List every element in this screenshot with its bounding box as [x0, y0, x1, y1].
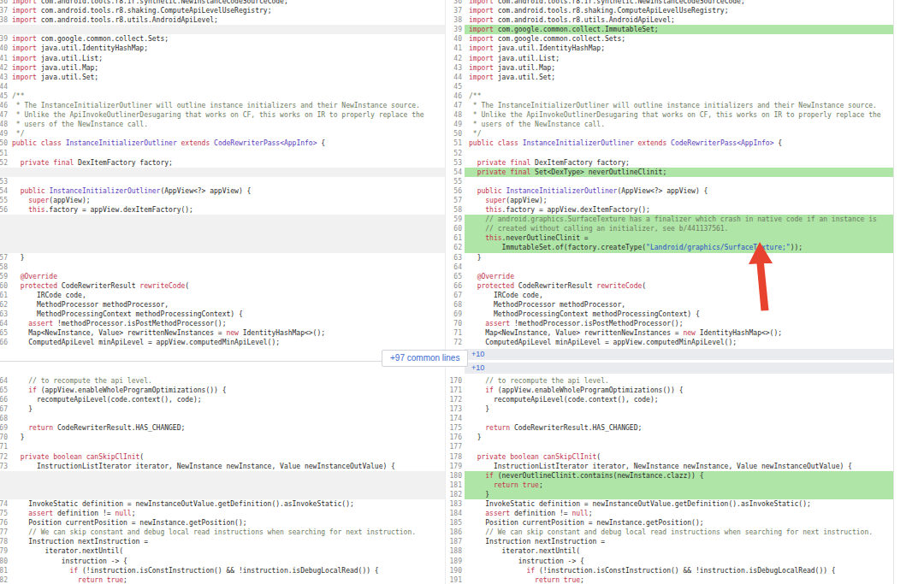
line-number[interactable]: 43 — [0, 73, 9, 82]
line-number[interactable]: 181 — [0, 566, 9, 575]
line-number[interactable]: 61 — [0, 291, 9, 300]
line-number[interactable]: 42 — [0, 63, 9, 73]
line-number[interactable]: 178 — [0, 537, 9, 546]
line-number[interactable]: 190 — [446, 566, 465, 575]
line-number[interactable]: 63 — [0, 310, 9, 319]
line-number[interactable]: 53 — [446, 158, 465, 168]
line-number[interactable]: 57 — [0, 253, 9, 263]
line-number[interactable]: 174 — [0, 499, 9, 509]
line-number[interactable]: 177 — [446, 442, 465, 451]
line-number[interactable]: 172 — [0, 452, 9, 462]
line-number[interactable]: 166 — [0, 395, 9, 404]
line-number[interactable]: 164 — [0, 376, 9, 386]
line-number[interactable]: 41 — [0, 54, 9, 63]
line-number[interactable]: 62 — [0, 300, 9, 310]
line-number[interactable]: 38 — [446, 15, 465, 25]
line-number[interactable]: 44 — [446, 73, 465, 82]
line-number[interactable]: 50 — [0, 139, 9, 148]
line-number[interactable]: 55 — [446, 177, 465, 186]
line-number[interactable]: 46 — [446, 91, 465, 101]
line-number[interactable]: 167 — [0, 404, 9, 414]
line-number[interactable]: 49 — [446, 120, 465, 129]
line-number[interactable]: 185 — [446, 518, 465, 528]
line-number[interactable]: 65 — [0, 328, 9, 338]
line-number[interactable]: 67 — [446, 291, 465, 300]
line-number[interactable]: 36 — [0, 0, 9, 6]
line-number[interactable]: 189 — [446, 557, 465, 566]
line-number[interactable]: 178 — [446, 452, 465, 462]
line-number[interactable]: 58 — [0, 263, 9, 272]
line-number[interactable]: 171 — [446, 386, 465, 395]
line-number[interactable]: 60 — [0, 281, 9, 291]
line-number[interactable]: 45 — [0, 91, 9, 101]
line-number[interactable]: 182 — [446, 490, 465, 499]
line-number[interactable]: 54 — [0, 186, 9, 196]
line-number[interactable]: 173 — [0, 462, 9, 471]
line-number[interactable]: 44 — [0, 82, 9, 91]
line-number[interactable]: 53 — [0, 177, 9, 186]
line-number[interactable]: 57 — [446, 196, 465, 205]
line-number[interactable]: 70 — [446, 319, 465, 328]
line-number[interactable]: 68 — [446, 300, 465, 310]
line-number[interactable]: 55 — [0, 196, 9, 205]
line-number[interactable]: 52 — [446, 149, 465, 158]
line-number[interactable]: 56 — [0, 205, 9, 215]
line-number[interactable]: 62 — [446, 243, 465, 252]
line-number[interactable]: 59 — [446, 215, 465, 224]
line-number[interactable]: 37 — [0, 6, 9, 15]
expand-10-lines-up-button[interactable]: +10 — [465, 349, 893, 360]
line-number[interactable]: 39 — [0, 34, 9, 44]
line-number[interactable]: 176 — [0, 518, 9, 528]
line-number[interactable]: 171 — [0, 442, 9, 451]
line-number[interactable]: 42 — [446, 54, 465, 63]
line-number[interactable]: 43 — [446, 63, 465, 73]
line-number[interactable]: 177 — [0, 528, 9, 537]
line-number[interactable]: 58 — [446, 205, 465, 215]
line-number[interactable]: 41 — [446, 44, 465, 53]
line-number[interactable]: 66 — [446, 281, 465, 291]
expand-10-lines-down-button[interactable]: +10 — [465, 363, 893, 374]
line-number[interactable]: 173 — [446, 404, 465, 414]
line-number[interactable]: 39 — [446, 25, 465, 34]
line-number[interactable]: 172 — [446, 395, 465, 404]
line-number[interactable]: 168 — [0, 414, 9, 423]
line-number[interactable]: 182 — [0, 575, 9, 584]
line-number[interactable]: 40 — [446, 34, 465, 44]
line-number[interactable]: 56 — [446, 186, 465, 196]
line-number[interactable]: 50 — [446, 129, 465, 139]
line-number[interactable]: 37 — [446, 6, 465, 15]
line-number[interactable]: 174 — [446, 414, 465, 423]
line-number[interactable]: 60 — [446, 224, 465, 233]
line-number[interactable]: 187 — [446, 537, 465, 546]
line-number[interactable]: 191 — [446, 575, 465, 584]
line-number[interactable]: 52 — [0, 158, 9, 168]
line-number[interactable]: 66 — [0, 338, 9, 347]
line-number[interactable]: 51 — [0, 149, 9, 158]
line-number[interactable]: 170 — [446, 376, 465, 386]
line-number[interactable]: 63 — [446, 253, 465, 263]
line-number[interactable]: 61 — [446, 233, 465, 243]
line-number[interactable]: 59 — [0, 272, 9, 281]
line-number[interactable]: 47 — [0, 110, 9, 120]
line-number[interactable]: 176 — [446, 433, 465, 442]
expand-common-lines-button[interactable]: +97 common lines — [382, 350, 468, 367]
line-number[interactable]: 179 — [0, 546, 9, 556]
line-number[interactable]: 169 — [0, 423, 9, 433]
line-number[interactable]: 184 — [446, 509, 465, 518]
line-number[interactable]: 181 — [446, 481, 465, 490]
line-number[interactable]: 175 — [446, 423, 465, 433]
line-number[interactable]: 48 — [0, 120, 9, 129]
line-number[interactable]: 71 — [446, 328, 465, 338]
line-number[interactable]: 170 — [0, 433, 9, 442]
line-number[interactable]: 175 — [0, 509, 9, 518]
line-number[interactable]: 46 — [0, 101, 9, 110]
line-number[interactable]: 186 — [446, 528, 465, 537]
line-number[interactable]: 51 — [446, 139, 465, 148]
line-number[interactable]: 64 — [0, 319, 9, 328]
line-number[interactable]: 72 — [446, 338, 465, 347]
line-number[interactable]: 45 — [446, 82, 465, 91]
line-number[interactable]: 64 — [446, 263, 465, 272]
line-number[interactable]: 40 — [0, 44, 9, 53]
line-number[interactable]: 47 — [446, 101, 465, 110]
line-number[interactable]: 180 — [0, 557, 9, 566]
